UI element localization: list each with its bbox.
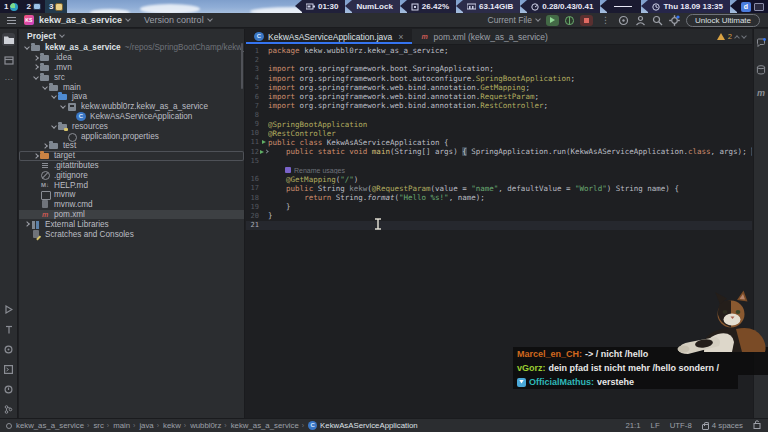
close-tab-icon[interactable]: × [398,32,403,42]
tree-item[interactable]: src [19,72,244,82]
code-line[interactable]: 3import org.springframework.boot.SpringA… [246,64,752,73]
code-line[interactable]: Rename usages [246,165,752,174]
tree-chevron-icon[interactable] [23,222,31,226]
database-icon[interactable] [756,61,766,79]
project-panel-header[interactable]: Project [19,29,244,43]
breadcrumb-item[interactable]: wubbl0rz› [190,421,227,430]
tree-chevron-icon[interactable] [50,95,58,98]
commit-tool-icon[interactable] [2,53,15,66]
workspace-1[interactable]: 1 [0,0,22,13]
tree-chevron-icon[interactable] [32,65,40,69]
terminal-tool-icon[interactable] [2,363,15,376]
tree-chevron-icon[interactable] [59,105,67,108]
tree-chevron-icon[interactable] [32,76,40,79]
vcs-widget[interactable]: Version control [144,15,212,25]
discord-tray-icon[interactable]: d [741,2,751,12]
tree-item[interactable]: test [19,141,244,151]
tree-item[interactable]: External Libraries [19,219,244,229]
tree-item[interactable]: resources [19,121,244,131]
breadcrumb-item[interactable]: KekwAsAServiceApplication [308,421,418,430]
tree-chevron-icon[interactable] [41,86,49,89]
workspace-2[interactable]: 2 [22,0,44,13]
breadcrumb-item[interactable]: kekw_as_a_service› [16,421,89,430]
inspection-widget[interactable]: 2 [717,32,746,41]
maven-tool-icon[interactable]: m [757,88,765,98]
services-tool-icon[interactable] [2,343,15,356]
project-tool-icon[interactable] [2,33,15,46]
more-tool-windows-icon[interactable]: ⋯ [2,73,15,86]
workspace-switcher[interactable]: 123 [0,0,67,13]
stop-button[interactable] [580,15,593,26]
tree-item[interactable]: mvnw [19,190,244,200]
code-line[interactable]: 11public class KekwAsAServiceApplication… [246,138,752,147]
tree-chevron-icon[interactable] [41,144,49,148]
code-line[interactable]: 17 public String kekw(@RequestParam(valu… [246,184,752,193]
search-everywhere-icon[interactable] [652,15,663,26]
unlock-ultimate-button[interactable]: Unlock Ultimate [686,14,760,27]
caret-position-widget[interactable]: 21:1 [625,421,640,430]
code-editor[interactable]: 1package kekw.wubbl0rz.kekw_as_a_service… [246,45,752,230]
workspace-3[interactable]: 3 [45,0,67,13]
code-line[interactable]: 12 public static void main(String[] args… [246,147,752,156]
tree-item[interactable]: M↓HELP.md [19,180,244,190]
line-separator-widget[interactable]: LF [651,421,660,430]
tree-item[interactable]: .idea [19,53,244,63]
tree-item[interactable]: mpom.xml [19,210,244,220]
tree-item[interactable]: target [19,151,244,161]
tree-item[interactable]: mvnw.cmd [19,200,244,210]
run-button[interactable] [546,15,559,26]
code-line[interactable]: 6import org.springframework.web.bind.ann… [246,92,752,101]
notifications-icon[interactable] [756,34,766,52]
tree-item[interactable]: .gitattributes [19,161,244,171]
debug-button[interactable] [565,16,574,25]
system-tray[interactable]: d [737,0,768,13]
more-run-options-icon[interactable]: ⋮ [601,15,610,25]
run-gutter-icon[interactable] [259,150,268,154]
tree-item[interactable]: .gitignore [19,170,244,180]
monitor-tray-icon[interactable] [754,3,764,11]
encoding-widget[interactable]: UTF-8 [670,421,692,430]
problems-tool-icon[interactable] [2,383,15,396]
tree-chevron-icon[interactable] [23,46,31,49]
next-problem-icon[interactable] [741,33,747,39]
settings-gear-icon[interactable] [669,15,680,26]
code-line[interactable]: 8 [246,110,752,119]
breadcrumb-item[interactable]: src› [93,421,109,430]
tab-pomxml[interactable]: m pom.xml (kekw_as_a_service) [412,29,556,44]
code-line[interactable]: 19 } [246,202,752,211]
indent-widget[interactable]: 4 spaces [702,421,743,430]
tree-chevron-icon[interactable] [32,154,40,158]
code-line[interactable]: 2 [246,55,752,64]
run-configuration-selector[interactable]: Current File [488,15,540,25]
run-tool-icon[interactable] [2,303,15,316]
tree-item[interactable]: .mvn [19,63,244,73]
code-line[interactable]: 1package kekw.wubbl0rz.kekw_as_a_service… [246,46,752,55]
tree-chevron-icon[interactable] [32,56,40,60]
code-line[interactable]: 5import org.springframework.web.bind.ann… [246,83,752,92]
readonly-toggle-icon[interactable] [753,420,762,431]
git-tool-icon[interactable] [2,323,15,336]
code-line[interactable]: 9@SpringBootApplication [246,120,752,129]
code-line[interactable]: 18 return String.format("Hello %s!", nam… [246,193,752,202]
updates-icon[interactable] [618,15,629,26]
code-line[interactable]: 21 [246,221,752,230]
tree-item[interactable]: application.properties [19,131,244,141]
tree-item[interactable]: KekwAsAServiceApplication [19,112,244,122]
project-scrollbar[interactable] [241,43,243,89]
tree-item[interactable]: kekw_as_a_service~/repos/SpringBootChamp… [19,43,244,53]
vcs-branch-tool-icon[interactable] [2,403,15,416]
code-line[interactable]: 15 [246,156,752,165]
tree-item[interactable]: java [19,92,244,102]
breadcrumb-item[interactable]: kekw› [163,421,186,430]
tab-kekwasaserviceapplication[interactable]: KekwAsAServiceApplication.java × [246,29,412,44]
code-line[interactable]: 4import org.springframework.boot.autocon… [246,74,752,83]
tree-item[interactable]: Scratches and Consoles [19,229,244,239]
tree-item[interactable]: main [19,82,244,92]
breadcrumb-item[interactable]: kekw_as_a_service› [231,421,304,430]
code-line[interactable]: 16 @GetMapping("/") [246,175,752,184]
project-widget[interactable]: kekw_as_a_service [39,15,130,25]
code-line[interactable]: 20} [246,211,752,220]
code-with-me-icon[interactable] [635,15,646,26]
tree-chevron-icon[interactable] [50,125,58,128]
run-gutter-icon[interactable] [259,140,268,144]
